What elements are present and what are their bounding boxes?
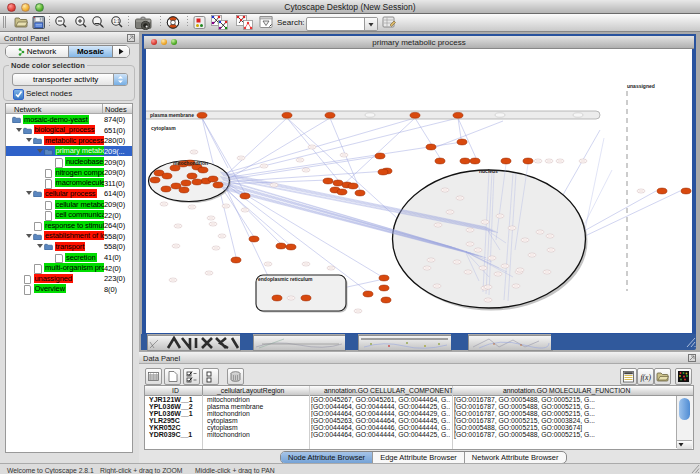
svg-text:nucleus: nucleus <box>479 168 498 174</box>
svg-text:unassigned: unassigned <box>627 83 655 89</box>
svg-text:mitochondrion: mitochondrion <box>173 160 208 166</box>
svg-text:cytoplasm: cytoplasm <box>151 125 176 131</box>
svg-text:plasma membrane: plasma membrane <box>150 112 194 118</box>
svg-text:endoplasmic reticulum: endoplasmic reticulum <box>258 276 313 282</box>
